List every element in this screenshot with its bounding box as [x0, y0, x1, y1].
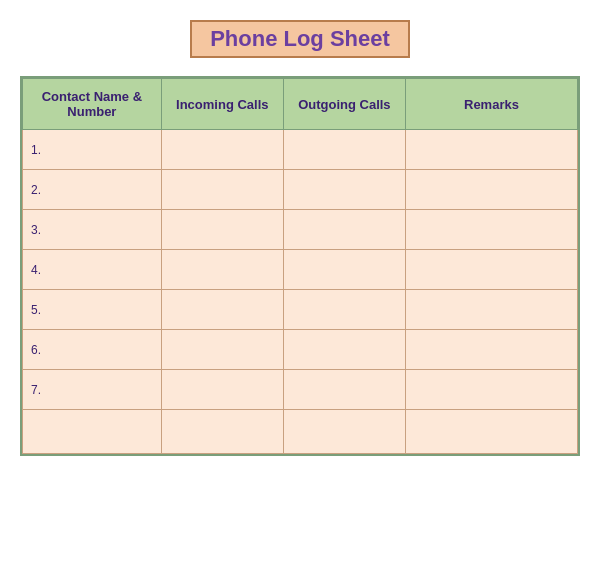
cell-remarks-4[interactable] [405, 290, 577, 330]
cell-outgoing-2[interactable] [283, 210, 405, 250]
cell-incoming-1[interactable] [161, 170, 283, 210]
table-row: 5. [23, 290, 578, 330]
cell-outgoing-0[interactable] [283, 130, 405, 170]
cell-contact-2[interactable]: 3. [23, 210, 162, 250]
cell-incoming-2[interactable] [161, 210, 283, 250]
cell-remarks-7[interactable] [405, 410, 577, 454]
table-row: 4. [23, 250, 578, 290]
table-row: 7. [23, 370, 578, 410]
header-contact: Contact Name & Number [23, 79, 162, 130]
cell-contact-0[interactable]: 1. [23, 130, 162, 170]
cell-incoming-6[interactable] [161, 370, 283, 410]
cell-remarks-6[interactable] [405, 370, 577, 410]
cell-incoming-4[interactable] [161, 290, 283, 330]
page-title: Phone Log Sheet [190, 20, 410, 58]
table-row: 1. [23, 130, 578, 170]
table-row: 2. [23, 170, 578, 210]
cell-incoming-0[interactable] [161, 130, 283, 170]
table-header-row: Contact Name & Number Incoming Calls Out… [23, 79, 578, 130]
cell-incoming-3[interactable] [161, 250, 283, 290]
cell-incoming-7[interactable] [161, 410, 283, 454]
table-row: 6. [23, 330, 578, 370]
cell-contact-3[interactable]: 4. [23, 250, 162, 290]
cell-outgoing-4[interactable] [283, 290, 405, 330]
cell-contact-7[interactable] [23, 410, 162, 454]
cell-outgoing-6[interactable] [283, 370, 405, 410]
cell-outgoing-5[interactable] [283, 330, 405, 370]
cell-contact-1[interactable]: 2. [23, 170, 162, 210]
cell-remarks-5[interactable] [405, 330, 577, 370]
cell-remarks-2[interactable] [405, 210, 577, 250]
header-incoming: Incoming Calls [161, 79, 283, 130]
header-outgoing: Outgoing Calls [283, 79, 405, 130]
cell-outgoing-7[interactable] [283, 410, 405, 454]
cell-remarks-3[interactable] [405, 250, 577, 290]
table-row: 3. [23, 210, 578, 250]
cell-contact-4[interactable]: 5. [23, 290, 162, 330]
cell-remarks-0[interactable] [405, 130, 577, 170]
cell-remarks-1[interactable] [405, 170, 577, 210]
phone-log-table: Contact Name & Number Incoming Calls Out… [20, 76, 580, 456]
cell-contact-6[interactable]: 7. [23, 370, 162, 410]
cell-contact-5[interactable]: 6. [23, 330, 162, 370]
cell-outgoing-3[interactable] [283, 250, 405, 290]
cell-incoming-5[interactable] [161, 330, 283, 370]
cell-outgoing-1[interactable] [283, 170, 405, 210]
header-remarks: Remarks [405, 79, 577, 130]
table-row [23, 410, 578, 454]
